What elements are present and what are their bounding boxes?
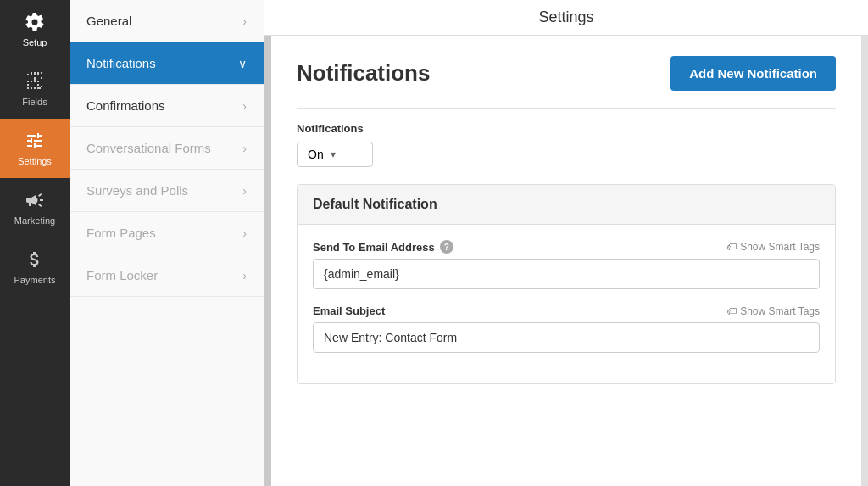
fields-icon xyxy=(25,71,45,92)
notifications-dropdown[interactable]: On ▾ xyxy=(297,142,373,167)
sidebar-label-payments: Payments xyxy=(14,275,56,285)
panel-title: Notifications xyxy=(297,60,430,87)
page-title: Settings xyxy=(538,8,593,25)
chevron-right-icon-6: › xyxy=(242,269,247,282)
sidebar-label-settings: Settings xyxy=(18,156,52,166)
notifications-toggle-group: Notifications On ▾ xyxy=(297,122,836,167)
send-to-email-group: Send To Email Address ? 🏷 Show Smart Tag… xyxy=(313,240,820,289)
nav-sidebar: General › Notifications ∨ Confirmations … xyxy=(70,0,264,486)
nav-item-form-pages[interactable]: Form Pages › xyxy=(70,212,264,254)
sidebar-label-marketing: Marketing xyxy=(14,215,55,226)
chevron-right-icon: › xyxy=(242,14,247,28)
chevron-right-icon-5: › xyxy=(242,226,247,240)
icon-sidebar: Setup Fields Settings Marketing Payments xyxy=(0,0,70,486)
sidebar-label-setup: Setup xyxy=(23,37,47,47)
dropdown-arrow-icon: ▾ xyxy=(331,148,336,160)
gear-icon xyxy=(25,12,45,32)
notifications-value: On xyxy=(308,148,324,161)
send-to-label: Send To Email Address ? xyxy=(313,240,453,254)
sidebar-item-fields[interactable]: Fields xyxy=(0,59,70,119)
email-subject-smart-tags-label: Show Smart Tags xyxy=(740,305,820,317)
tag-icon-2: 🏷 xyxy=(726,305,737,317)
nav-item-form-locker[interactable]: Form Locker › xyxy=(70,254,264,297)
sliders-icon xyxy=(25,131,45,151)
resize-handle[interactable] xyxy=(264,36,271,486)
email-subject-label: Email Subject xyxy=(313,304,385,317)
email-subject-label-row: Email Subject 🏷 Show Smart Tags xyxy=(313,304,820,317)
notifications-field-label: Notifications xyxy=(297,122,836,135)
tag-icon: 🏷 xyxy=(726,241,737,253)
send-to-smart-tags-label: Show Smart Tags xyxy=(740,241,820,253)
sidebar-item-payments[interactable]: Payments xyxy=(0,237,70,297)
notification-card: Default Notification Send To Email Addre… xyxy=(297,184,836,384)
send-to-email-input[interactable] xyxy=(313,259,820,289)
chevron-right-icon-4: › xyxy=(242,184,247,198)
content-area: Notifications Add New Notification Notif… xyxy=(264,36,868,486)
nav-item-form-locker-label: Form Locker xyxy=(86,268,158,282)
nav-item-notifications-label: Notifications xyxy=(86,56,156,70)
chevron-right-icon-2: › xyxy=(242,99,247,113)
nav-item-conversational-forms[interactable]: Conversational Forms › xyxy=(70,127,264,170)
add-new-notification-button[interactable]: Add New Notification xyxy=(670,56,836,91)
sidebar-item-marketing[interactable]: Marketing xyxy=(0,178,70,237)
sidebar-item-settings[interactable]: Settings xyxy=(0,119,70,178)
nav-item-general[interactable]: General › xyxy=(70,0,264,42)
nav-item-surveys-polls-label: Surveys and Polls xyxy=(86,183,188,198)
notification-card-body: Send To Email Address ? 🏷 Show Smart Tag… xyxy=(298,225,835,383)
dollar-icon xyxy=(25,249,45,270)
send-to-smart-tags-link[interactable]: 🏷 Show Smart Tags xyxy=(726,241,820,253)
sidebar-label-fields: Fields xyxy=(22,97,47,107)
notification-card-header: Default Notification xyxy=(298,185,835,225)
main-area: Settings Notifications Add New Notificat… xyxy=(264,0,868,486)
send-to-label-row: Send To Email Address ? 🏷 Show Smart Tag… xyxy=(313,240,820,254)
nav-item-form-pages-label: Form Pages xyxy=(86,226,156,240)
nav-item-conversational-forms-label: Conversational Forms xyxy=(86,141,211,155)
scrollbar[interactable] xyxy=(861,36,868,486)
right-panel: Notifications Add New Notification Notif… xyxy=(271,36,861,486)
sidebar-item-setup[interactable]: Setup xyxy=(0,0,70,59)
chevron-down-icon: ∨ xyxy=(238,57,247,70)
send-to-help-icon[interactable]: ? xyxy=(440,240,453,254)
email-subject-group: Email Subject 🏷 Show Smart Tags xyxy=(313,304,820,353)
megaphone-icon xyxy=(25,190,45,210)
nav-item-confirmations-label: Confirmations xyxy=(86,98,165,113)
page-header: Settings xyxy=(264,0,868,36)
nav-item-surveys-polls[interactable]: Surveys and Polls › xyxy=(70,170,264,212)
nav-item-confirmations[interactable]: Confirmations › xyxy=(70,85,264,127)
divider-line xyxy=(297,108,836,109)
email-subject-input[interactable] xyxy=(313,322,820,353)
nav-item-notifications[interactable]: Notifications ∨ xyxy=(70,42,264,85)
nav-item-general-label: General xyxy=(86,14,131,28)
chevron-right-icon-3: › xyxy=(242,142,247,155)
panel-top-row: Notifications Add New Notification xyxy=(297,56,836,91)
email-subject-smart-tags-link[interactable]: 🏷 Show Smart Tags xyxy=(726,305,820,317)
